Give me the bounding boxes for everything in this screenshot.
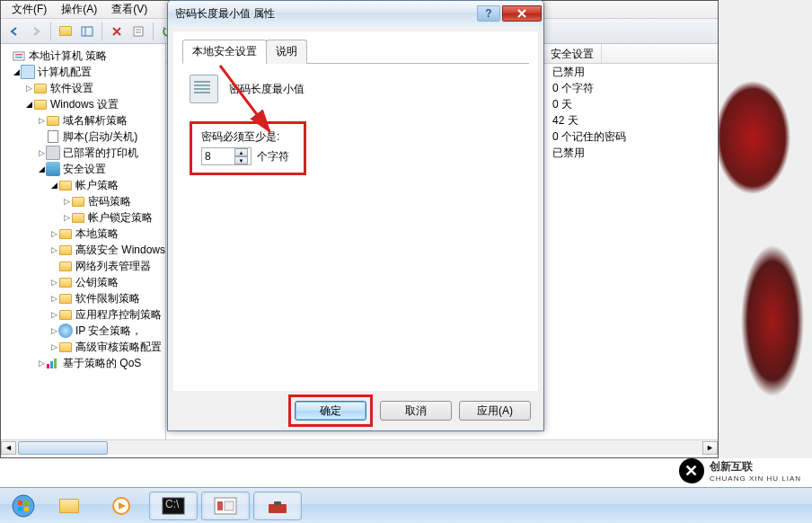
tree-deployed-printers[interactable]: 已部署的打印机 [1,145,165,161]
svg-rect-5 [13,52,24,60]
tree-local-policies[interactable]: 本地策略 [1,226,165,242]
tree-account-policies[interactable]: 帐户策略 [1,177,165,193]
tree-network-list[interactable]: 网络列表管理器 [1,258,165,274]
dialog-footer: 确定 取消 应用(A) [168,391,543,430]
properties-dialog: 密码长度最小值 属性 ? 本地安全设置 说明 密码长度最小值 密码必须至少是: … [167,0,544,431]
input-value: 8 [205,150,211,163]
taskbar[interactable]: C:\ [0,487,812,523]
column-security-setting: 安全设置 [543,44,602,63]
cancel-button[interactable]: 取消 [380,401,452,421]
close-button[interactable] [502,5,542,22]
scroll-left-button[interactable]: ◄ [1,441,16,455]
tree-root[interactable]: 本地计算机 策略 [1,48,165,64]
help-button[interactable]: ? [477,5,500,22]
taskbar-explorer[interactable] [45,492,93,520]
tree-advanced-audit[interactable]: 高级审核策略配置 [1,339,165,355]
tree-security-settings[interactable]: 安全设置 [1,161,165,177]
tree-advanced-windows[interactable]: 高级安全 Windows [1,242,165,258]
horizontal-scrollbar[interactable]: ◄ ► [1,439,718,455]
tab-explain[interactable]: 说明 [266,40,307,64]
tree-qos[interactable]: 基于策略的 QoS [1,355,165,371]
tree-computer-config[interactable]: 计算机配置 [1,64,165,80]
scroll-right-button[interactable]: ► [702,441,718,455]
logo-subtext: CHUANG XIN HU LIAN [710,474,801,483]
tree-windows-settings[interactable]: Windows 设置 [1,96,165,112]
svg-rect-6 [15,54,22,56]
svg-point-9 [13,495,34,517]
taskbar-media-player[interactable] [97,492,146,520]
highlight-box-input: 密码必须至少是: 8 ▲ ▼ 个字符 [190,121,306,175]
show-hide-tree-button[interactable] [77,22,97,41]
tab-strip: 本地安全设置 说明 [182,39,529,64]
svg-rect-13 [24,507,29,511]
properties-button[interactable] [128,22,148,41]
policy-heading: 密码长度最小值 [229,82,304,97]
tree-public-key[interactable]: 公钥策略 [1,274,165,290]
tree-scripts[interactable]: 脚本(启动/关机) [1,129,165,145]
policy-icon [190,75,218,103]
back-button[interactable] [4,22,24,41]
delete-button[interactable] [107,22,127,41]
start-button[interactable] [5,492,41,520]
svg-text:C:\: C:\ [165,498,180,510]
taskbar-cmd[interactable]: C:\ [149,492,198,520]
svg-rect-11 [24,501,29,505]
svg-rect-2 [134,27,143,36]
tree-password-policy[interactable]: 密码策略 [1,193,165,209]
tree-app-control[interactable]: 应用程序控制策略 [1,306,165,323]
desktop-wallpaper [713,0,812,458]
spin-down-button[interactable]: ▼ [234,156,248,164]
taskbar-toolbox[interactable] [253,492,302,520]
svg-rect-12 [18,507,22,511]
apply-button[interactable]: 应用(A) [459,401,531,421]
logo-text: 创新互联 [710,460,753,473]
dialog-title: 密码长度最小值 属性 [175,6,477,22]
svg-rect-0 [82,27,93,36]
svg-rect-20 [269,504,287,513]
svg-rect-10 [18,501,22,505]
tab-local-security[interactable]: 本地安全设置 [182,40,267,64]
min-length-input[interactable]: 8 ▲ ▼ [201,147,252,165]
scroll-thumb[interactable] [18,441,108,455]
watermark-logo: ✕ 创新互联 CHUANG XIN HU LIAN [679,458,801,483]
unit-label: 个字符 [257,149,289,164]
menu-file[interactable]: 文件(F) [4,0,54,19]
svg-rect-18 [217,501,223,510]
field-label: 密码必须至少是: [201,129,295,145]
menu-view[interactable]: 查看(V) [104,0,154,19]
taskbar-mmc[interactable] [201,492,250,520]
logo-mark-icon: ✕ [679,458,704,483]
ok-button[interactable]: 确定 [295,401,366,421]
tree-software-restriction[interactable]: 软件限制策略 [1,290,165,306]
tree-name-resolution[interactable]: 域名解析策略 [1,112,165,129]
tree-ip-security[interactable]: IP 安全策略， [1,323,165,339]
highlight-box-ok: 确定 [288,394,373,427]
svg-rect-21 [274,501,281,505]
tree-pane[interactable]: 本地计算机 策略 计算机配置 软件设置 Windows 设置 域名解析策略 脚本… [1,44,166,439]
svg-rect-19 [225,501,234,510]
dialog-titlebar[interactable]: 密码长度最小值 属性 ? [168,1,543,26]
forward-button[interactable] [26,22,46,41]
tree-software-settings[interactable]: 软件设置 [1,80,165,96]
menu-action[interactable]: 操作(A) [54,0,104,19]
tree-lockout-policy[interactable]: 帐户锁定策略 [1,209,165,226]
svg-rect-7 [15,57,22,58]
spin-up-button[interactable]: ▲ [234,148,248,156]
up-button[interactable] [56,22,75,41]
